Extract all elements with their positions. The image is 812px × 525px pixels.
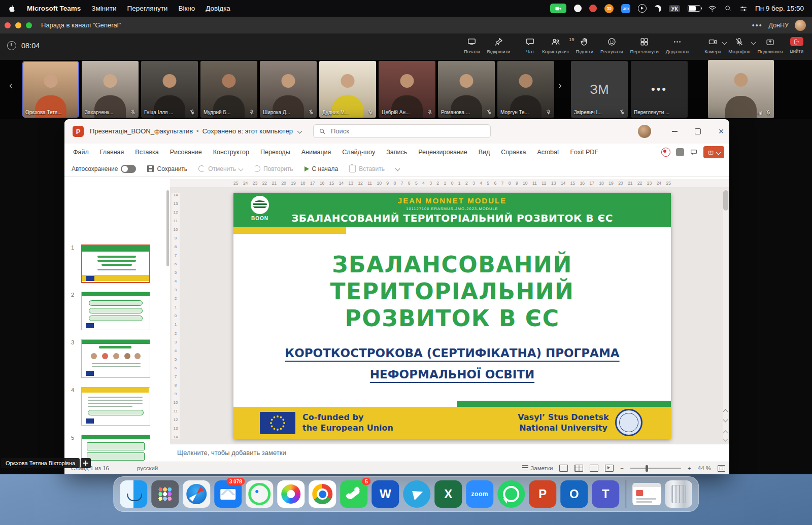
dock-findmy-icon[interactable]	[246, 480, 273, 508]
tab-insert[interactable]: Вставка	[129, 144, 164, 161]
more-button[interactable]: Додатково	[662, 36, 693, 55]
tab-file[interactable]: Файл	[67, 144, 94, 161]
participant-tile[interactable]: Цебрій Ан...	[379, 61, 435, 118]
participant-tile[interactable]: Гніца Ілля ...	[141, 61, 198, 118]
dock-outlook-icon[interactable]: O	[560, 480, 588, 508]
menubar-menu-view[interactable]: Переглянути	[127, 5, 167, 12]
unpin-button[interactable]: Відкріпити	[483, 36, 514, 55]
quickbar-customize-icon[interactable]	[395, 166, 400, 171]
dock-telegram-icon[interactable]	[403, 480, 430, 508]
input-language-indicator[interactable]: УК	[669, 5, 680, 12]
org-label[interactable]: ДонНУ	[769, 22, 789, 29]
fit-to-window-button[interactable]	[718, 465, 725, 472]
menubar-clock[interactable]: Пн 9 бер. 15:50	[755, 5, 804, 12]
from-start-button[interactable]: С начала	[304, 165, 339, 172]
dock-teams-icon[interactable]: T	[592, 480, 619, 508]
zoom-slider[interactable]	[630, 468, 681, 469]
tab-slideshow[interactable]: Слайд-шоу	[336, 144, 381, 161]
control-center-icon[interactable]	[739, 5, 748, 13]
dock-whatsapp-icon[interactable]	[497, 480, 525, 508]
dock-mail-icon[interactable]: 3 078	[214, 480, 242, 508]
scroll-down-icon[interactable]	[722, 416, 728, 423]
tab-draw[interactable]: Рисование	[164, 144, 208, 161]
copilot-icon[interactable]	[676, 148, 684, 156]
raise-hand-button[interactable]: Підняти	[572, 36, 597, 55]
notes-pane[interactable]: Щелкните, чтобы добавить заметки	[170, 444, 729, 462]
avatar[interactable]	[795, 20, 806, 31]
scroll-left-icon[interactable]	[10, 84, 15, 89]
reading-view-button[interactable]	[590, 465, 598, 472]
proofing-language[interactable]: русский	[137, 465, 158, 471]
battery-icon[interactable]	[688, 5, 700, 12]
tab-transitions[interactable]: Переходы	[255, 144, 296, 161]
dock-zoom-icon[interactable]: zoom	[466, 480, 493, 508]
more-options-icon[interactable]	[752, 21, 763, 29]
normal-view-button[interactable]	[559, 465, 568, 472]
tab-review[interactable]: Рецензирование	[413, 144, 473, 161]
participant-tile[interactable]: Широка Д...	[260, 61, 317, 118]
dock-finder-icon[interactable]	[120, 480, 147, 508]
window-minimize-button[interactable]	[663, 119, 686, 144]
tab-acrobat[interactable]: Acrobat	[531, 144, 564, 161]
next-slide-icon[interactable]	[722, 436, 728, 442]
tab-view[interactable]: Вид	[473, 144, 496, 161]
participant-overflow-tile[interactable]: Переглянути ...	[631, 61, 688, 118]
document-title[interactable]: Презентація_BOON_факультатив	[90, 127, 193, 135]
chat-button[interactable]: Чат	[522, 36, 538, 55]
tab-help[interactable]: Справка	[495, 144, 531, 161]
slide-scrollbar[interactable]	[723, 189, 728, 442]
slideshow-view-button[interactable]	[605, 465, 614, 472]
self-video-tile[interactable]	[708, 60, 774, 118]
notes-toggle-button[interactable]: Заметки	[522, 465, 553, 471]
start-button[interactable]: Почати	[460, 36, 484, 55]
thumbnail-preview-4[interactable]	[81, 387, 150, 426]
spotlight-search-icon[interactable]	[724, 5, 732, 12]
dock-trash-icon[interactable]	[665, 480, 692, 508]
play-status-icon[interactable]	[638, 4, 647, 13]
tab-foxit[interactable]: Foxit PDF	[564, 144, 604, 161]
slide-canvas[interactable]: BOON JEAN MONNET MODULE 101127100 ERASMU…	[233, 193, 671, 439]
window-close-button[interactable]	[710, 119, 732, 144]
paste-button[interactable]: Вставить	[349, 165, 385, 172]
wifi-icon[interactable]	[708, 4, 717, 13]
powerpoint-app-icon[interactable]: P	[73, 126, 84, 137]
tab-animations[interactable]: Анимация	[296, 144, 337, 161]
zoom-menubar-icon[interactable]: zm	[621, 4, 630, 13]
close-button[interactable]	[5, 22, 11, 28]
dock-word-icon[interactable]: W	[371, 480, 399, 508]
redo-button[interactable]: Повторить	[254, 165, 293, 172]
thumbnail-preview-1[interactable]	[81, 244, 150, 283]
share-dropdown-icon[interactable]	[716, 150, 721, 155]
menubar-menu-help[interactable]: Довідка	[206, 5, 230, 12]
camera-active-indicator[interactable]	[550, 4, 566, 13]
scroll-right-icon[interactable]	[557, 84, 562, 89]
comments-icon[interactable]	[690, 148, 698, 156]
zoom-button[interactable]	[26, 22, 32, 28]
menubar-menu-edit[interactable]: Змінити	[91, 5, 116, 12]
notes-placeholder[interactable]: Щелкните, чтобы добавить заметки	[177, 444, 286, 462]
tab-record[interactable]: Запись	[381, 144, 413, 161]
zoom-out-button[interactable]	[620, 465, 624, 471]
zoom-in-button[interactable]	[688, 465, 691, 471]
window-maximize-button[interactable]	[687, 119, 709, 144]
dock-minimized-window[interactable]	[632, 483, 661, 505]
share-button[interactable]: Поділитися	[754, 36, 786, 55]
participant-tile[interactable]: Дудник М...	[319, 61, 376, 118]
thumbnail-preview-2[interactable]	[81, 292, 150, 330]
menubar-menu-window[interactable]: Вікно	[178, 5, 195, 12]
dock-launchpad-icon[interactable]	[151, 480, 179, 508]
record-icon[interactable]	[661, 148, 670, 157]
search-input[interactable]	[330, 127, 474, 135]
status-badge-55[interactable]: 55	[604, 4, 614, 13]
participant-tile[interactable]: Моргун Те...	[497, 61, 554, 118]
view-button[interactable]: Переглянути	[626, 36, 662, 55]
search-box[interactable]	[313, 124, 491, 138]
participant-tile[interactable]: Орєхова Тетя...	[22, 61, 79, 118]
focus-moon-icon[interactable]	[654, 5, 661, 12]
mic-button[interactable]: Мікрофон	[725, 36, 754, 55]
thumbnail-preview-5[interactable]	[81, 435, 150, 462]
status-icon-red-dot[interactable]	[589, 5, 597, 12]
presenter-pin-button[interactable]	[81, 458, 91, 468]
dock-facetime-icon[interactable]: 5	[340, 480, 367, 508]
dock-powerpoint-icon[interactable]: P	[529, 480, 556, 508]
